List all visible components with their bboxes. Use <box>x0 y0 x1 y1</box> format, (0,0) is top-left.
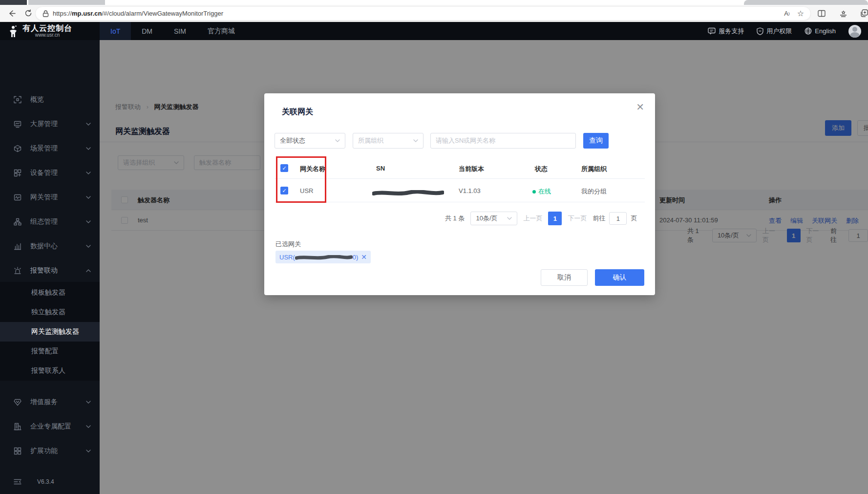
avatar[interactable] <box>848 25 861 38</box>
chevron-down-icon <box>86 147 91 150</box>
sidebar-item-scene-mgmt[interactable]: 场景管理 <box>0 139 100 158</box>
app-header: 有人云控制台 www.usr.cn IoT DM SIM 官方商城 服务支持 用… <box>0 22 868 40</box>
modal-select-all-checkbox[interactable]: ✓ <box>280 164 288 172</box>
selected-gateway-tag: USR(0) ✕ <box>275 251 371 263</box>
favorite-star-icon[interactable]: ☆ <box>794 7 807 21</box>
modal-column-org: 所属组织 <box>581 165 607 173</box>
logo-person-icon <box>7 25 19 39</box>
device-icon <box>14 169 21 177</box>
url-text[interactable]: https://mp.usr.cn/#/cloud/alarm/ViewGate… <box>53 10 223 17</box>
submenu-item-alarm-contacts[interactable]: 报警联系人 <box>0 361 100 381</box>
alarm-icon <box>14 267 21 275</box>
sidebar-item-overview[interactable]: 概览 <box>0 90 100 109</box>
sidebar-item-gateway-mgmt[interactable]: 网关管理 <box>0 188 100 207</box>
sn-search-input[interactable]: 请输入SN或网关名称 <box>430 133 576 149</box>
modal-org-select[interactable]: 所属组织 <box>353 133 423 149</box>
modal-total-count: 共 1 条 <box>445 214 465 223</box>
chevron-down-icon <box>335 139 340 142</box>
modal-table-row: ✓ USR V1.1.03 在线 我的分组 <box>275 179 645 202</box>
value-added-icon <box>14 399 21 406</box>
lock-icon[interactable] <box>42 10 49 17</box>
sidebar-item-value-added[interactable]: 增值服务 <box>0 392 100 412</box>
browser-tab[interactable] <box>0 0 27 5</box>
sidebar-item-alarm-linkage[interactable]: 报警联动 <box>0 261 100 280</box>
split-screen-icon[interactable] <box>815 6 828 20</box>
modal-row-checkbox[interactable]: ✓ <box>280 187 288 194</box>
logo-subtitle: www.usr.cn <box>22 32 72 38</box>
support-link[interactable]: 服务支持 <box>708 27 744 36</box>
submenu-item-independent-trigger[interactable]: 独立触发器 <box>0 302 100 322</box>
sidebar-item-config-mgmt[interactable]: 组态管理 <box>0 212 100 232</box>
gateway-icon <box>14 193 21 201</box>
language-switch[interactable]: English <box>804 27 836 35</box>
remove-tag-icon[interactable]: ✕ <box>361 253 367 261</box>
sidebar-item-screen-mgmt[interactable]: 大屏管理 <box>0 114 100 134</box>
modal-next-page-button[interactable]: 下一页 <box>568 214 587 223</box>
modal-page-number-1[interactable]: 1 <box>548 212 562 225</box>
globe-icon <box>804 27 812 35</box>
sidebar-item-enterprise-config[interactable]: 企业专属配置 <box>0 417 100 436</box>
online-dot-icon <box>532 190 536 193</box>
status-filter-select[interactable]: 全部状态 <box>275 133 345 149</box>
nav-tab-sim[interactable]: SIM <box>163 22 197 40</box>
sidebar: 概览 大屏管理 场景管理 设备管理 网关管理 组态管理 数据中心 报警联动 模板… <box>0 40 100 494</box>
sidebar-item-extensions[interactable]: 扩展功能 <box>0 441 100 461</box>
browser-tab-strip <box>0 0 868 5</box>
extensions-grid-icon <box>14 447 21 455</box>
enterprise-icon <box>14 423 21 430</box>
submenu-item-template-trigger[interactable]: 模板触发器 <box>0 283 100 302</box>
chevron-down-icon <box>86 401 91 404</box>
submenu-item-alarm-config[interactable]: 报警配置 <box>0 342 100 361</box>
modal-goto-page-input[interactable] <box>609 212 627 225</box>
alarm-submenu: 模板触发器 独立触发器 网关监测触发器 报警配置 报警联系人 <box>0 282 100 381</box>
collapse-sidebar-icon[interactable] <box>14 479 21 485</box>
cancel-button[interactable]: 取消 <box>541 269 588 286</box>
sidebar-item-data-center[interactable]: 数据中心 <box>0 236 100 256</box>
back-icon[interactable] <box>5 6 19 20</box>
nav-tab-iot[interactable]: IoT <box>100 22 131 40</box>
modal-goto-unit: 页 <box>631 214 637 223</box>
modal-title: 关联网关 <box>282 107 313 117</box>
refresh-icon[interactable] <box>21 6 35 20</box>
close-icon[interactable]: ✕ <box>636 102 644 112</box>
modal-page-size-select[interactable]: 10条/页 <box>470 212 517 225</box>
nav-tab-mall[interactable]: 官方商城 <box>197 22 246 40</box>
sidebar-item-device-mgmt[interactable]: 设备管理 <box>0 163 100 183</box>
modal-goto-label: 前往 <box>593 214 605 223</box>
browser-tab[interactable] <box>28 0 105 5</box>
redacted-sn <box>372 189 444 196</box>
shield-icon <box>757 27 763 35</box>
modal-prev-page-button[interactable]: 上一页 <box>523 214 542 223</box>
chevron-down-icon <box>86 196 91 199</box>
chevron-down-icon <box>86 172 91 174</box>
redacted-sn <box>295 255 353 260</box>
query-button[interactable]: 查询 <box>583 133 609 149</box>
version-cell: V1.1.03 <box>459 187 481 194</box>
scene-cube-icon <box>14 145 21 152</box>
logo-title: 有人云控制台 <box>22 24 72 32</box>
logo[interactable]: 有人云控制台 www.usr.cn <box>7 24 72 39</box>
collections-icon[interactable] <box>836 6 850 20</box>
gateway-name-cell: USR <box>300 187 313 194</box>
bar-chart-icon <box>14 242 21 250</box>
permission-link[interactable]: 用户权限 <box>757 27 792 36</box>
copilot-copy-icon[interactable] <box>857 6 868 20</box>
url-bar[interactable]: https://mp.usr.cn/#/cloud/alarm/ViewGate… <box>35 6 811 21</box>
overview-icon <box>14 96 21 104</box>
modal-column-sn: SN <box>376 165 385 172</box>
submenu-item-gateway-monitor-trigger[interactable]: 网关监测触发器 <box>0 322 100 342</box>
associate-gateway-modal: 关联网关 ✕ 全部状态 所属组织 请输入SN或网关名称 查询 ✓ 网关名称 SN… <box>264 93 655 295</box>
chevron-up-icon <box>86 269 91 272</box>
browser-toolbar: https://mp.usr.cn/#/cloud/alarm/ViewGate… <box>0 5 868 22</box>
org-cell: 我的分组 <box>581 187 607 196</box>
browser-tab[interactable] <box>744 0 868 5</box>
modal-pagination: 共 1 条 10条/页 上一页 1 下一页 前往 页 <box>445 212 637 225</box>
chevron-down-icon <box>413 139 418 142</box>
chevron-down-icon <box>86 245 91 248</box>
modal-column-status: 状态 <box>535 165 548 173</box>
confirm-button[interactable]: 确认 <box>595 269 644 286</box>
read-aloud-icon[interactable]: A) <box>780 7 794 21</box>
chat-icon <box>708 27 716 35</box>
nav-tab-dm[interactable]: DM <box>131 22 163 40</box>
chevron-down-icon <box>86 123 91 126</box>
